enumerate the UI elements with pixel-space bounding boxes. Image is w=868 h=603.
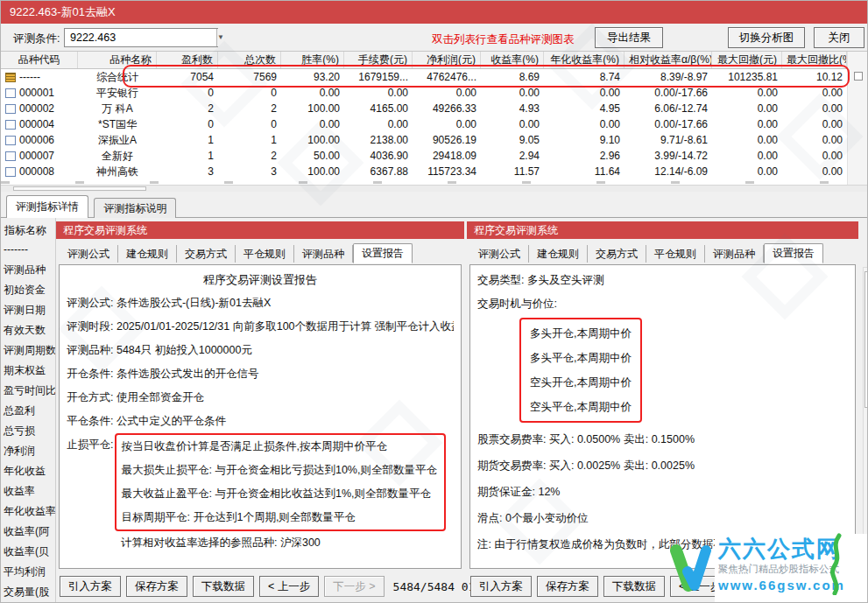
column-header[interactable]: 收益率(%) — [481, 52, 544, 68]
indicator-tabstrip: 评测指标详情 评测指标说明 — [1, 192, 867, 218]
vertical-scrollbar-thumb[interactable] — [864, 271, 868, 408]
footer-button[interactable]: 保存方案 — [537, 576, 598, 597]
reference-index-line: 计算相对收益率选择的参照品种: 沪深300 — [121, 531, 454, 555]
panel-tab[interactable]: 建仓规则 — [118, 245, 177, 263]
cell-fee: 0.00 — [344, 85, 413, 101]
panel-tab[interactable]: 交易方式 — [177, 245, 236, 263]
results-table: 品种代码 品种名称 盈利数 总次数 胜率(%) 手续费(元) 净利润(元) 收益… — [1, 52, 868, 185]
vertical-scrollbar[interactable] — [863, 267, 868, 566]
cell-max-drawdown: 0.00 — [712, 132, 782, 148]
table-row[interactable]: 000007 全新好 1 2 50.00 4036.90 29418.09 2.… — [1, 148, 847, 164]
row-type-icon — [5, 88, 16, 98]
sidebar-item[interactable]: 收益率(阿 — [1, 522, 55, 542]
cell-code: 000001 — [1, 85, 78, 101]
sidebar-item[interactable]: 盈亏时间比 — [1, 381, 55, 401]
panel-tab[interactable]: 建仓规则 — [529, 245, 588, 263]
table-row[interactable]: ------ 综合统计 7054 7569 93.20 1679159... 4… — [1, 69, 847, 85]
cell-win-count: 0 — [157, 85, 218, 101]
table-row[interactable]: 000006 深振业A 1 1 100.00 2138.00 90526.19 … — [1, 132, 847, 148]
column-header[interactable]: 品种名称 — [78, 52, 157, 68]
panel-tab[interactable]: 平仓规则 — [646, 245, 705, 263]
column-header[interactable]: 年化收益率(%) — [544, 52, 625, 68]
table-row[interactable]: 000004 *ST国华 0 0 0.00 0.00 0.00 0.00 0.0… — [1, 116, 847, 132]
export-results-button[interactable]: 导出结果 — [595, 27, 663, 48]
sidebar-item[interactable]: 年化收益 — [1, 461, 55, 481]
switch-analysis-chart-button[interactable]: 切换分析图 — [728, 27, 805, 48]
report-line: 交易时机与价位: — [477, 292, 848, 316]
table-row[interactable]: 000002 万 科A 2 2 100.00 4165.00 49266.33 … — [1, 101, 847, 116]
fee-line: 滑点: 0个最小变动价位 — [477, 505, 848, 531]
timing-annotation-box: 多头开仓,本周期中价 多头平仓,本周期中价 空头开仓,本周期中价 空头平仓,本周… — [519, 318, 642, 423]
sidebar-item[interactable]: 平均利润 — [1, 562, 55, 582]
cell-net-profit: 0.00 — [413, 85, 481, 101]
sidebar-item[interactable]: 评测品种 — [1, 260, 55, 280]
cell-alpha-beta: 12.14/-6.09 — [625, 164, 712, 179]
column-header[interactable]: 总次数 — [218, 52, 281, 68]
cell-win-rate: 93.20 — [281, 69, 344, 85]
timing-rule: 空头开仓,本周期中价 — [530, 370, 632, 395]
indicator-tab[interactable]: 评测指标说明 — [94, 198, 176, 218]
panel-tab[interactable]: 设置报告 — [353, 243, 413, 263]
footer-button[interactable]: < 上一步 — [259, 576, 319, 597]
sidebar-item[interactable]: 评测日期 — [1, 300, 55, 320]
sidebar-item[interactable]: 年化收益率 — [1, 501, 55, 522]
footer-button[interactable]: 引入方案 — [470, 576, 532, 597]
sidebar-item[interactable]: 总亏损 — [1, 421, 55, 441]
panel-tab[interactable]: 评测品种 — [294, 245, 353, 263]
footer-button[interactable]: 下载数据 — [193, 576, 254, 597]
report-line: 交易类型: 多头及空头评测 — [477, 269, 848, 292]
column-header[interactable]: 胜率(%) — [281, 52, 344, 68]
cell-win-rate: 100.00 — [281, 132, 344, 148]
footer-button[interactable]: 下一步 > — [735, 576, 794, 597]
close-button[interactable]: 关闭 — [814, 27, 864, 48]
code-text: ------ — [19, 69, 40, 85]
sidebar-item[interactable]: 净利润 — [1, 441, 55, 461]
chevron-down-icon[interactable]: ▼ — [216, 29, 224, 46]
panel-tab[interactable]: 评测品种 — [705, 245, 764, 263]
column-header[interactable]: 手续费(元) — [344, 52, 413, 68]
stop-loss-rule: 目标周期平仓: 开仓达到1个周期,则全部数量平仓 — [121, 506, 436, 529]
cell-total-count: 7569 — [218, 69, 281, 85]
table-corner-checkbox[interactable] — [854, 72, 863, 81]
horizontal-scrollbar[interactable] — [1, 185, 868, 192]
footer-button[interactable]: 引入方案 — [60, 576, 121, 597]
cell-alpha-beta: 0.00/-17.66 — [625, 85, 712, 101]
column-header[interactable]: 最大回撤(元) — [712, 52, 782, 68]
sidebar-item[interactable]: 收益率 — [1, 481, 55, 501]
horizontal-scrollbar-thumb[interactable] — [13, 186, 146, 191]
panel-tab[interactable]: 平仓规则 — [236, 245, 294, 263]
column-header[interactable]: 最大回撤比(%) — [782, 52, 847, 68]
footer-button[interactable]: < 上一步 — [670, 576, 730, 597]
condition-input[interactable] — [65, 29, 216, 46]
cell-annual-return: 0.00 — [544, 85, 625, 101]
table-row[interactable]: 000001 平安银行 0 0 0.00 0.00 0.00 0.00 0.00… — [1, 85, 847, 101]
sidebar-item[interactable]: 总盈利 — [1, 401, 55, 421]
cell-max-drawdown-pct: 0.00 — [782, 164, 847, 179]
panel-tab[interactable]: 评测公式 — [60, 245, 118, 263]
column-header[interactable]: 净利润(元) — [413, 52, 481, 68]
indicator-tab[interactable]: 评测指标详情 — [6, 195, 88, 218]
sidebar-item[interactable]: 初始资金 — [1, 280, 55, 300]
footer-button[interactable]: 下载数据 — [603, 576, 665, 597]
fee-line: 注: 由于行情复权造成价格为负数时，此部分数据不参与评测。 — [477, 531, 848, 557]
sidebar-item[interactable]: ------- — [1, 240, 55, 260]
column-header[interactable]: 品种代码 — [1, 52, 78, 68]
sidebar-item[interactable]: 评测周期数 — [1, 340, 55, 361]
footer-button[interactable]: 保存方案 — [126, 576, 187, 597]
panel-tab[interactable]: 交易方式 — [588, 245, 646, 263]
condition-combobox[interactable]: ▼ — [64, 28, 218, 47]
cell-return: 11.57 — [481, 164, 544, 179]
toolbar: 评测条件: ▼ 双击列表行查看品种评测图表 导出结果 切换分析图 关闭 — [1, 24, 867, 52]
panel-tab[interactable]: 评测公式 — [470, 245, 529, 263]
sidebar-item[interactable]: 交易量(股 — [1, 582, 55, 602]
sidebar-item[interactable]: 期末权益 — [1, 361, 55, 381]
stop-loss-row: 止损平仓: 按当日收盘价计算是否满足止损条件,按本周期中价平仓 最大损失止损平仓… — [67, 433, 454, 531]
table-row[interactable]: 000008 神州高铁 3 3 100.00 6367.88 115723.34… — [1, 164, 847, 179]
sidebar-item[interactable]: 收益率(贝 — [1, 542, 55, 562]
panel-tab[interactable]: 设置报告 — [764, 243, 823, 263]
footer-button[interactable]: 下一步 > — [324, 576, 384, 597]
detail-area: 指标名称 ------- 评测品种 初始资金 评测日期 有效天数 评测周期数 期… — [1, 218, 867, 602]
column-header[interactable]: 盈利数 — [157, 52, 218, 68]
column-header[interactable]: 相对收益率α/β(%) — [625, 52, 712, 68]
sidebar-item[interactable]: 有效天数 — [1, 320, 55, 340]
